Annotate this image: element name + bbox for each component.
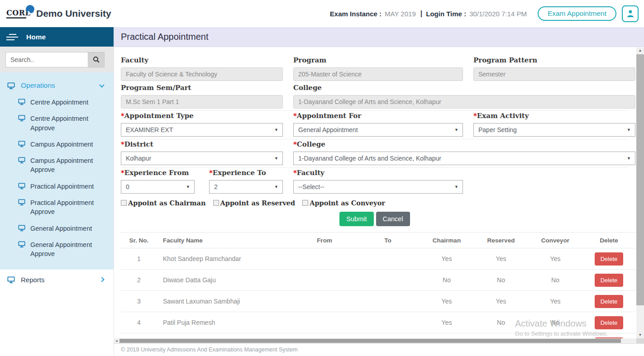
sidebar-menu-item-label: General Appointment Approve: [30, 240, 109, 259]
experience-from-label: *Experience From: [121, 169, 195, 177]
exam-instance-label: Exam Instance :: [330, 10, 382, 18]
monitor-icon: [18, 99, 25, 105]
submit-button[interactable]: Submit: [339, 212, 373, 226]
search-input[interactable]: [5, 52, 88, 67]
appoint-as-reserved-checkbox[interactable]: Appoint as Reserved: [213, 199, 296, 207]
sidebar-menu: Operations Centre Appointment: [0, 72, 114, 270]
district-select[interactable]: Kolhapur▼: [121, 152, 283, 165]
sidebar-menu-item[interactable]: General Appointment Approve: [0, 237, 114, 262]
cell-conveyor: No: [528, 319, 582, 326]
form-row-1: Faculty Faculty of Science & Technology …: [121, 55, 629, 83]
monitor-icon: [18, 225, 25, 231]
cell-chairman: Yes: [420, 319, 474, 326]
main-content: Practical Appointment Faculty Faculty of…: [114, 27, 644, 356]
table-row: 1 Khot Sandeep Ramchandar Yes Yes Yes De…: [121, 248, 635, 270]
cell-faculty-name: Khot Sandeep Ramchandar: [157, 255, 293, 262]
scroll-left-icon[interactable]: ◄: [114, 338, 119, 343]
appoint-as-conveyor-checkbox[interactable]: Appoint as Conveyor: [302, 199, 385, 207]
exam-appointment-button[interactable]: Exam Appointment: [538, 6, 616, 21]
page-title-bar: Practical Appointment: [114, 27, 644, 47]
person-icon: [626, 9, 635, 18]
college-select-label: *College: [293, 140, 635, 148]
col-delete: Delete: [582, 237, 635, 244]
checkbox-icon[interactable]: [121, 200, 127, 206]
core-logo-swirl-icon: [26, 5, 34, 14]
select-caret-icon: ▼: [454, 128, 458, 132]
sidebar-menu-item[interactable]: Practical Appointment Approve: [0, 195, 114, 220]
vertical-scrollbar[interactable]: ▲ ▼: [636, 47, 644, 338]
program-readonly-field: 205-Master of Science: [293, 67, 463, 81]
sidebar-search-bar: [0, 47, 114, 72]
experience-to-label: *Experience To: [209, 169, 283, 177]
checkbox-icon[interactable]: [213, 200, 219, 206]
form-buttons: Submit Cancel: [121, 209, 629, 229]
top-header: CORE Demo University Exam Instance : MAY…: [0, 0, 644, 27]
select-caret-icon: ▼: [274, 185, 278, 189]
monitor-icon: [18, 241, 25, 247]
delete-button[interactable]: Delete: [595, 316, 624, 329]
hamburger-menu-icon[interactable]: [6, 32, 18, 42]
appoint-as-chairman-checkbox[interactable]: Appoint as Chairman: [121, 199, 206, 207]
select-caret-icon: ▼: [274, 156, 278, 161]
faculty-select-label: *Faculty: [293, 169, 463, 177]
col-chairman: Chairman: [420, 237, 474, 244]
user-profile-button[interactable]: [622, 5, 639, 22]
program-pattern-readonly-field: Semester: [473, 67, 635, 81]
cell-faculty-name: Diwase Datta Gaju: [157, 276, 293, 284]
sidebar-item-operations[interactable]: Operations: [0, 78, 114, 94]
search-button[interactable]: [88, 52, 105, 67]
select-caret-icon: ▼: [454, 185, 458, 189]
sidebar-item-reports[interactable]: Reports: [0, 270, 114, 290]
faculty-select[interactable]: --Select--▼: [293, 180, 463, 194]
scroll-up-icon[interactable]: ▲: [636, 47, 644, 54]
scrollbar-corner: [636, 338, 644, 343]
cell-chairman: No: [420, 276, 474, 284]
table-row: 2 Diwase Datta Gaju No No No Delete: [121, 270, 635, 291]
sidebar-menu-item[interactable]: Centre Appointment: [0, 94, 114, 110]
operations-label: Operations: [21, 81, 55, 90]
table-body: 1 Khot Sandeep Ramchandar Yes Yes Yes De…: [121, 248, 635, 339]
cell-chairman: Yes: [420, 255, 474, 262]
sidebar-menu-item-label: Practical Appointment: [30, 182, 94, 191]
form-row-3: *Appointment Type EXAMINER EXT▼ *Appoint…: [121, 110, 629, 139]
sidebar-home-label[interactable]: Home: [26, 33, 46, 41]
cell-reserved: Yes: [474, 255, 528, 262]
exam-instance-value: MAY 2019: [385, 10, 416, 18]
login-time-value: 30/1/2020 7:14 PM: [469, 10, 527, 18]
college-select[interactable]: 1-Dayanand College of Arts and Science, …: [293, 152, 635, 165]
cell-sr-no: 1: [121, 255, 157, 262]
sidebar-menu-item[interactable]: Campus Appointment Approve: [0, 152, 114, 178]
table-row: 4 Patil Puja Remesh Yes No No Delete: [121, 312, 635, 333]
table-header: Sr. No. Faculty Name From To Chairman Re…: [121, 232, 635, 248]
delete-button[interactable]: Delete: [595, 295, 624, 308]
core-logo-subtext: [6, 17, 26, 19]
cell-conveyor: Yes: [528, 298, 582, 305]
sidebar-menu-item[interactable]: General Appointment: [0, 220, 114, 237]
cancel-button[interactable]: Cancel: [376, 212, 410, 226]
delete-button[interactable]: Delete: [595, 274, 624, 287]
checkbox-icon[interactable]: [302, 200, 308, 206]
experience-from-select[interactable]: 0▼: [121, 180, 195, 194]
cell-faculty-name: Sawant Laxuman Sambhaji: [157, 298, 293, 305]
sidebar-menu-item[interactable]: Campus Appointment: [0, 136, 114, 152]
form-row-2: Program Sem/Part M.Sc Sem 1 Part 1 Colle…: [121, 83, 629, 110]
delete-button[interactable]: Delete: [595, 252, 624, 266]
experience-to-select[interactable]: 2▼: [209, 180, 283, 194]
horizontal-scrollbar[interactable]: ◄: [114, 338, 636, 343]
login-time-label: Login Time :: [426, 10, 466, 18]
sidebar-menu-item[interactable]: Centre Appointment Approve: [0, 110, 114, 136]
appointment-type-select[interactable]: EXAMINER EXT▼: [121, 123, 283, 137]
exam-activity-select[interactable]: Paper Setting▼: [473, 123, 635, 137]
program-pattern-label: Program Pattern: [473, 56, 635, 64]
appointment-for-select[interactable]: General Appointment▼: [293, 123, 463, 137]
vertical-scrollbar-thumb[interactable]: [636, 54, 644, 305]
horizontal-scrollbar-thumb[interactable]: [119, 339, 621, 343]
monitor-icon: [7, 276, 15, 283]
monitor-icon: [18, 141, 25, 147]
checkbox-row: Appoint as Chairman Appoint as Reserved …: [121, 197, 629, 209]
sidebar-menu-item-label: Campus Appointment Approve: [30, 156, 109, 175]
monitor-icon: [7, 82, 15, 89]
scroll-down-icon[interactable]: ▼: [636, 332, 644, 338]
sidebar-menu-item[interactable]: Practical Appointment: [0, 178, 114, 195]
district-label: *District: [121, 140, 283, 148]
